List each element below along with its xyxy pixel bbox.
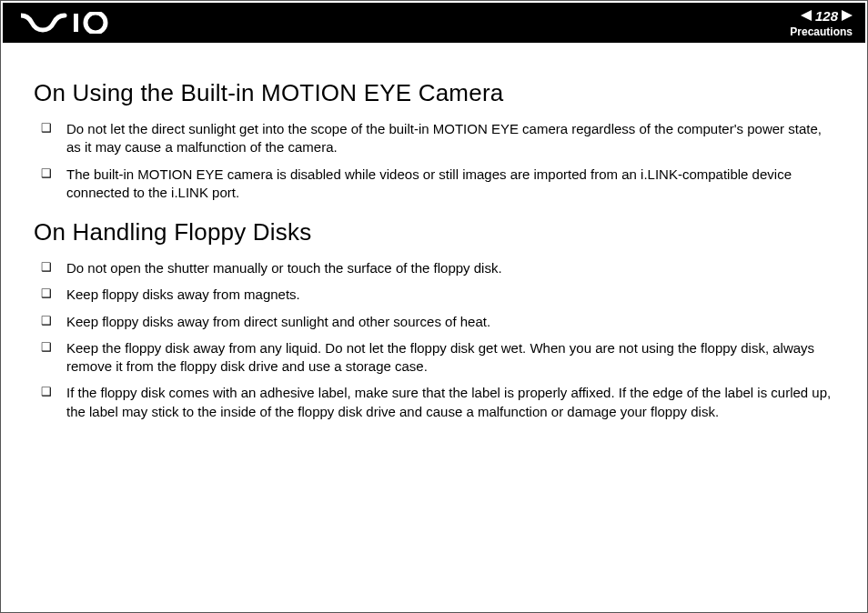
list-item: Keep the floppy disk away from any liqui…: [41, 339, 834, 377]
svg-rect-0: [74, 14, 78, 32]
list-item: Do not open the shutter manually or touc…: [41, 259, 834, 277]
list-item: Keep floppy disks away from direct sunli…: [41, 313, 834, 331]
page-frame: 128 Precautions On Using the Built-in MO…: [0, 0, 868, 613]
vaio-logo-svg: [21, 12, 121, 34]
header-bar: 128 Precautions: [3, 3, 865, 43]
nav-next-icon[interactable]: [842, 10, 853, 21]
list-item: If the floppy disk comes with an adhesiv…: [41, 384, 834, 421]
list-item: Keep floppy disks away from magnets.: [41, 286, 834, 304]
list-floppy: Do not open the shutter manually or touc…: [34, 259, 834, 421]
vaio-logo: [21, 12, 121, 34]
content-area: On Using the Built-in MOTION EYE Camera …: [1, 45, 867, 421]
section-name[interactable]: Precautions: [790, 25, 853, 38]
list-motion-eye: Do not let the direct sunlight get into …: [34, 120, 834, 202]
list-item: Do not let the direct sunlight get into …: [41, 120, 834, 157]
heading-motion-eye: On Using the Built-in MOTION EYE Camera: [34, 79, 834, 107]
page-number: 128: [813, 8, 840, 24]
header-right: 128 Precautions: [790, 8, 853, 38]
nav-prev-icon[interactable]: [801, 10, 812, 21]
page-nav: 128: [801, 8, 853, 24]
heading-floppy: On Handling Floppy Disks: [34, 218, 834, 246]
svg-point-1: [86, 13, 106, 33]
list-item: The built-in MOTION EYE camera is disabl…: [41, 166, 834, 203]
